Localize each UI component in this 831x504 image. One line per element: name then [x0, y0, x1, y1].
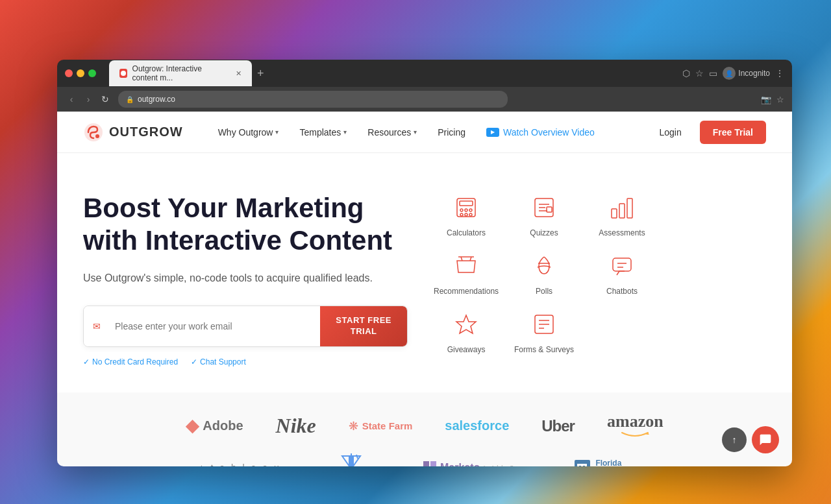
email-icon-wrap: ✉	[84, 306, 110, 346]
bookmark-button[interactable]: ☆	[695, 68, 704, 78]
chatbots-label: Chatbots	[606, 287, 638, 296]
uber-logo: Uber	[541, 417, 575, 435]
start-free-trial-button[interactable]: START FREETRIAL	[320, 306, 407, 346]
watch-video-link[interactable]: ▶ Watch Overview Video	[477, 122, 604, 143]
amazon-smile	[619, 429, 651, 440]
tab-close-button[interactable]: ✕	[236, 69, 242, 78]
back-button[interactable]: ‹	[65, 94, 78, 104]
play-icon: ▶	[486, 128, 499, 137]
nav-pricing[interactable]: Pricing	[428, 122, 475, 143]
svg-rect-16	[612, 209, 617, 218]
svg-rect-40	[577, 464, 587, 466]
svg-rect-15	[547, 207, 552, 212]
email-input[interactable]	[110, 306, 320, 346]
chat-button[interactable]	[752, 426, 779, 453]
tableau-logo: + t a b l e a u	[199, 462, 280, 466]
logos-row-2: + t a b l e a u PyeongChang 2018	[83, 453, 766, 466]
traffic-lights	[65, 69, 96, 77]
minimize-button[interactable]	[77, 69, 84, 77]
address-bar: ‹ › ↻ 🔒 outgrow.co 📷 ☆	[57, 87, 792, 112]
fcb-logo: Florida Capital BankNA	[573, 459, 650, 466]
chatbots-icon	[606, 250, 638, 282]
svg-point-9	[465, 213, 467, 216]
navigation-bar: OUTGROW Why Outgrow ▾ Templates ▾ Resour…	[57, 112, 792, 153]
nav-links: Why Outgrow ▾ Templates ▾ Resources ▾ Pr…	[209, 122, 649, 143]
marketo-sub: An Adobe Company	[482, 464, 534, 466]
window-button[interactable]: ▭	[709, 68, 717, 78]
marketo-icon	[422, 460, 438, 466]
chevron-down-icon: ▾	[343, 128, 347, 136]
logo-icon	[83, 122, 104, 143]
svg-point-7	[469, 209, 472, 211]
menu-button[interactable]: ⋮	[775, 68, 784, 78]
new-tab-button[interactable]: +	[257, 67, 264, 80]
content-type-quizzes[interactable]: Quizzes	[512, 192, 577, 237]
tab-favicon	[119, 69, 127, 78]
scroll-up-button[interactable]: ↑	[722, 427, 747, 452]
address-actions: 📷 ☆	[761, 95, 784, 104]
calculator-icon	[451, 192, 482, 223]
lock-icon: 🔒	[126, 96, 134, 103]
giveaways-label: Giveaways	[447, 345, 486, 354]
fab-area: ↑	[722, 426, 779, 453]
star-icon[interactable]: ☆	[776, 95, 784, 104]
content-type-forms-surveys[interactable]: Forms & Surveys	[512, 309, 577, 354]
svg-rect-17	[619, 204, 625, 218]
tab-bar: Outgrow: Interactive content m... ✕ +	[109, 60, 677, 86]
content-type-chatbots[interactable]: Chatbots	[589, 250, 654, 296]
content-type-assessments[interactable]: Assessments	[589, 192, 654, 237]
svg-rect-18	[627, 198, 632, 218]
login-button[interactable]: Login	[649, 122, 691, 143]
pyeongchang-icon	[338, 453, 364, 466]
recommendations-label: Recommendations	[434, 287, 499, 296]
free-trial-button[interactable]: Free Trial	[700, 121, 766, 144]
quiz-icon	[528, 192, 560, 223]
recommendations-icon	[451, 250, 482, 282]
hero-subtitle: Use Outgrow's simple, no-code tools to a…	[83, 270, 408, 286]
nike-logo: Nike	[276, 414, 316, 438]
svg-point-6	[465, 209, 467, 211]
content-type-giveaways[interactable]: Giveaways	[434, 309, 499, 354]
svg-point-5	[460, 209, 463, 211]
forward-button[interactable]: ›	[82, 94, 95, 104]
logo-area[interactable]: OUTGROW	[83, 122, 183, 143]
nav-templates[interactable]: Templates ▾	[290, 122, 356, 143]
svg-point-8	[460, 213, 463, 216]
cast-button[interactable]: ⬡	[682, 68, 690, 78]
hero-left: Boost Your Marketing with Interactive Co…	[83, 192, 408, 366]
close-button[interactable]	[65, 69, 73, 77]
browser-window: Outgrow: Interactive content m... ✕ + ⬡ …	[57, 60, 792, 466]
url-text: outgrow.co	[138, 95, 175, 104]
statefarm-wordmark: State Farm	[362, 420, 413, 431]
nav-why-outgrow[interactable]: Why Outgrow ▾	[209, 122, 288, 143]
reload-button[interactable]: ↻	[99, 94, 112, 104]
svg-rect-32	[423, 461, 429, 466]
email-icon: ✉	[93, 321, 101, 331]
fcb-wordmark: Florida Capital BankNA	[595, 459, 650, 466]
content-type-polls[interactable]: Polls	[512, 250, 577, 296]
pyeongchang-logo: PyeongChang 2018	[320, 453, 383, 466]
email-form: ✉ START FREETRIAL	[83, 306, 408, 347]
tab-title: Outgrow: Interactive content m...	[132, 64, 225, 82]
assessment-icon	[606, 192, 638, 223]
statefarm-icon: ❋	[349, 419, 358, 433]
svg-point-0	[121, 71, 126, 76]
svg-point-10	[469, 213, 472, 216]
svg-rect-27	[349, 456, 354, 466]
maximize-button[interactable]	[88, 69, 96, 77]
chevron-down-icon: ▾	[414, 128, 417, 136]
content-type-calculators[interactable]: Calculators	[434, 192, 499, 237]
hero-title: Boost Your Marketing with Interactive Co…	[83, 192, 408, 258]
browser-titlebar: Outgrow: Interactive content m... ✕ + ⬡ …	[57, 60, 792, 87]
content-type-recommendations[interactable]: Recommendations	[434, 250, 499, 296]
svg-point-2	[95, 134, 99, 138]
nav-resources[interactable]: Resources ▾	[358, 122, 426, 143]
forms-icon	[528, 309, 560, 340]
incognito-label: Incognito	[738, 69, 770, 78]
uber-wordmark: Uber	[541, 417, 575, 435]
nav-right: Login Free Trial	[649, 121, 766, 144]
incognito-icon: 👤	[723, 67, 736, 80]
url-bar[interactable]: 🔒 outgrow.co	[118, 91, 508, 108]
check-icon: ✓	[83, 357, 90, 366]
active-tab[interactable]: Outgrow: Interactive content m... ✕	[109, 60, 252, 86]
